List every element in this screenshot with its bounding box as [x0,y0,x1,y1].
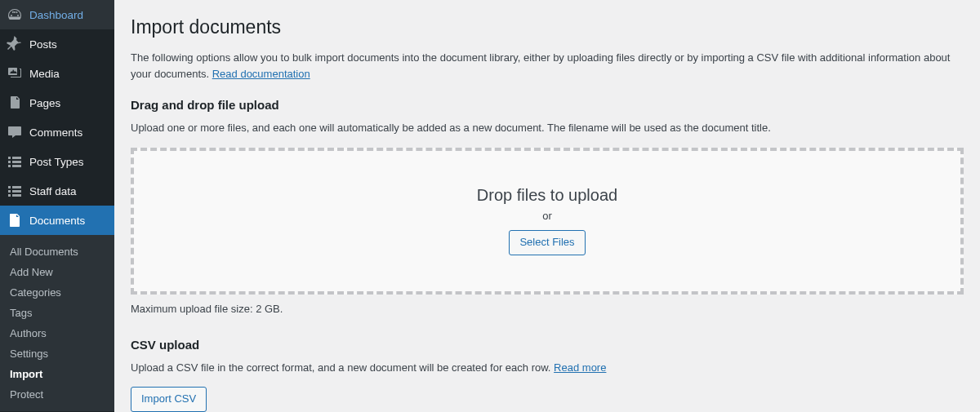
main-content: Import documents The following options a… [114,0,980,412]
sidebar-item-label: Dashboard [29,9,83,21]
import-csv-button[interactable]: Import CSV [131,387,207,412]
csv-section-title: CSV upload [131,338,964,352]
sidebar-item-label: Staff data [29,185,77,197]
intro-paragraph: The following options allow you to bulk … [131,50,964,82]
sidebar-item-pages[interactable]: Pages [0,88,114,117]
document-icon [7,212,23,228]
submenu-import[interactable]: Import [0,364,114,384]
submenu-categories[interactable]: Categories [0,282,114,303]
sidebar-item-post-types[interactable]: Post Types [0,147,114,176]
comment-icon [7,124,23,140]
select-files-button[interactable]: Select Files [509,230,585,255]
sidebar-item-label: Media [29,68,60,80]
sidebar-item-dashboard[interactable]: Dashboard [0,0,114,29]
sidebar-item-media[interactable]: Media [0,59,114,88]
sidebar-item-posts[interactable]: Posts [0,29,114,59]
dropzone-title: Drop files to upload [477,186,617,205]
documents-submenu: All Documents Add New Categories Tags Au… [0,235,114,411]
csv-description: Upload a CSV file in the correct format,… [131,360,964,376]
file-dropzone[interactable]: Drop files to upload or Select Files [131,148,964,295]
dropzone-or-text: or [542,210,552,222]
list-icon [7,153,23,170]
sidebar-item-comments[interactable]: Comments [0,117,114,147]
csv-read-more-link[interactable]: Read more [554,361,606,374]
sidebar-item-label: Pages [29,97,60,109]
submenu-authors[interactable]: Authors [0,323,114,343]
sidebar-item-staff-data[interactable]: Staff data [0,176,114,206]
media-icon [7,65,23,82]
read-documentation-link[interactable]: Read documentation [212,68,310,80]
csv-desc-text: Upload a CSV file in the correct format,… [131,361,554,374]
sidebar-item-label: Posts [29,38,57,51]
drag-drop-description: Upload one or more files, and each one w… [131,120,964,136]
submenu-all-documents[interactable]: All Documents [0,241,114,262]
submenu-add-new[interactable]: Add New [0,262,114,282]
drag-drop-section-title: Drag and drop file upload [131,98,964,112]
list-icon [7,183,23,199]
sidebar-item-label: Documents [29,215,85,227]
pin-icon [7,36,23,52]
submenu-tags[interactable]: Tags [0,303,114,323]
max-upload-note: Maximum upload file size: 2 GB. [131,303,964,315]
submenu-settings[interactable]: Settings [0,343,114,364]
sidebar-item-label: Post Types [29,156,84,168]
page-icon [7,95,23,111]
sidebar-item-documents[interactable]: Documents [0,206,114,235]
page-title: Import documents [131,16,964,38]
sidebar-item-label: Comments [29,126,82,139]
admin-sidebar: Dashboard Posts Media Pages Comments Pos… [0,0,114,412]
dashboard-icon [7,7,23,23]
submenu-protect[interactable]: Protect [0,384,114,405]
